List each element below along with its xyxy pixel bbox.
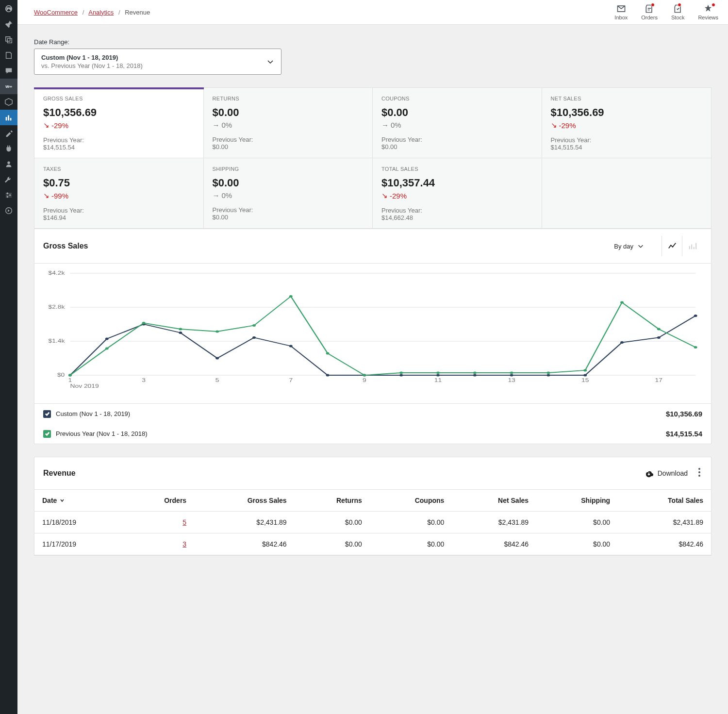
legend-checkbox bbox=[43, 410, 51, 418]
notification-dot-icon bbox=[711, 3, 715, 7]
download-button[interactable]: Download bbox=[644, 469, 688, 478]
revenue-table-panel: Revenue Download Date OrdersGross SalesR… bbox=[34, 457, 711, 556]
svg-text:3: 3 bbox=[142, 378, 146, 383]
summary-card-net-sales[interactable]: NET SALES $10,356.69 ↘-29% Previous Year… bbox=[542, 88, 711, 158]
sidebar-item-collapse[interactable] bbox=[0, 203, 17, 218]
table-header-net-sales[interactable]: Net Sales bbox=[452, 490, 536, 512]
chevron-down-icon bbox=[637, 243, 644, 249]
inbox-icon bbox=[616, 4, 627, 14]
chart-interval-select[interactable]: By day bbox=[609, 240, 656, 253]
svg-point-59 bbox=[698, 471, 700, 473]
svg-text:9: 9 bbox=[363, 378, 366, 383]
topbar-reviews[interactable]: Reviews bbox=[698, 4, 718, 20]
svg-text:$1.4k: $1.4k bbox=[48, 338, 65, 344]
topbar-stock[interactable]: Stock bbox=[671, 4, 685, 20]
sidebar-item-appearance[interactable] bbox=[0, 125, 17, 141]
svg-point-25 bbox=[179, 332, 182, 334]
svg-point-34 bbox=[510, 374, 513, 377]
svg-text:15: 15 bbox=[581, 378, 589, 383]
summary-card-total-sales[interactable]: TOTAL SALES $10,357.44 ↘-29% Previous Ye… bbox=[373, 158, 542, 229]
summary-card-returns[interactable]: RETURNS $0.00 →0% Previous Year: $0.00 bbox=[204, 88, 373, 158]
svg-point-41 bbox=[105, 348, 109, 350]
svg-point-27 bbox=[252, 336, 256, 339]
sidebar-item-pin[interactable] bbox=[0, 17, 17, 32]
summary-card-shipping[interactable]: SHIPPING $0.00 →0% Previous Year: $0.00 bbox=[204, 158, 373, 229]
sidebar-item-products[interactable] bbox=[0, 94, 17, 110]
line-chart-icon bbox=[668, 242, 677, 250]
notification-dot-icon bbox=[651, 3, 655, 7]
sidebar-item-dashboard[interactable] bbox=[0, 1, 17, 17]
svg-point-32 bbox=[436, 374, 440, 377]
svg-point-47 bbox=[326, 352, 330, 355]
chart-legend-item[interactable]: Previous Year (Nov 1 - 18, 2018) $14,515… bbox=[34, 424, 711, 444]
svg-point-31 bbox=[399, 374, 403, 377]
chart-area[interactable]: $4.2k$2.8k$1.4k$01357911131517Nov 2019 bbox=[43, 268, 702, 395]
svg-text:Nov 2019: Nov 2019 bbox=[70, 383, 99, 389]
table-header-total-sales[interactable]: Total Sales bbox=[618, 490, 711, 512]
orders-link[interactable]: 5 bbox=[182, 518, 186, 526]
svg-point-48 bbox=[363, 374, 366, 377]
breadcrumb-section[interactable]: Analytics bbox=[88, 9, 114, 16]
table-row: 11/18/2019 5 $2,431.89 $0.00 $0.00 $2,43… bbox=[34, 512, 711, 533]
sidebar-item-users[interactable] bbox=[0, 156, 17, 172]
svg-point-53 bbox=[546, 372, 550, 374]
svg-point-45 bbox=[252, 324, 256, 327]
svg-point-39 bbox=[694, 315, 697, 317]
svg-text:$4.2k: $4.2k bbox=[48, 270, 65, 276]
table-header-orders[interactable]: Orders bbox=[125, 490, 194, 512]
chart-panel: Gross Sales By day bbox=[34, 229, 711, 444]
summary-card-gross-sales[interactable]: GROSS SALES $10,356.69 ↘-29% Previous Ye… bbox=[34, 88, 204, 158]
svg-point-36 bbox=[583, 374, 587, 377]
chart-title: Gross Sales bbox=[43, 242, 88, 250]
admin-sidebar: W∞ bbox=[0, 0, 17, 714]
summary-grid: GROSS SALES $10,356.69 ↘-29% Previous Ye… bbox=[34, 87, 711, 229]
svg-text:11: 11 bbox=[434, 378, 442, 383]
chevron-down-icon bbox=[266, 58, 274, 66]
sidebar-item-pages[interactable] bbox=[0, 48, 17, 63]
sort-desc-icon bbox=[58, 497, 65, 504]
svg-point-49 bbox=[399, 372, 403, 374]
sidebar-item-woocommerce[interactable]: W∞ bbox=[0, 79, 17, 94]
svg-point-58 bbox=[698, 468, 700, 470]
sidebar-item-analytics[interactable] bbox=[0, 110, 17, 125]
svg-point-43 bbox=[179, 328, 182, 331]
table-options-button[interactable] bbox=[696, 466, 702, 481]
legend-checkbox bbox=[43, 430, 51, 438]
chart-type-line-button[interactable] bbox=[662, 236, 682, 256]
chart-legend-item[interactable]: Custom (Nov 1 - 18, 2019) $10,356.69 bbox=[34, 404, 711, 424]
sidebar-item-comments[interactable] bbox=[0, 63, 17, 79]
table-header-shipping[interactable]: Shipping bbox=[536, 490, 618, 512]
svg-point-28 bbox=[289, 345, 293, 348]
breadcrumb-root[interactable]: WooCommerce bbox=[34, 9, 78, 16]
table-header-returns[interactable]: Returns bbox=[295, 490, 370, 512]
svg-point-50 bbox=[436, 372, 440, 374]
svg-point-37 bbox=[620, 341, 624, 344]
date-range-picker[interactable]: Custom (Nov 1 - 18, 2019) vs. Previous Y… bbox=[34, 49, 281, 75]
svg-text:17: 17 bbox=[655, 378, 663, 383]
svg-point-23 bbox=[105, 338, 109, 340]
table-header-coupons[interactable]: Coupons bbox=[370, 490, 452, 512]
svg-text:$0: $0 bbox=[57, 372, 65, 378]
bar-chart-icon bbox=[688, 242, 697, 250]
topbar-inbox[interactable]: Inbox bbox=[614, 4, 628, 20]
date-range-label: Date Range: bbox=[34, 38, 711, 46]
table-header-date[interactable]: Date bbox=[34, 490, 125, 512]
table-header-gross-sales[interactable]: Gross Sales bbox=[194, 490, 295, 512]
svg-point-55 bbox=[620, 301, 624, 304]
summary-card-coupons[interactable]: COUPONS $0.00 →0% Previous Year: $0.00 bbox=[373, 88, 542, 158]
sidebar-item-settings[interactable] bbox=[0, 187, 17, 203]
summary-card-taxes[interactable]: TAXES $0.75 ↘-99% Previous Year: $146.94 bbox=[34, 158, 204, 229]
summary-card-empty bbox=[542, 158, 711, 229]
orders-link[interactable]: 3 bbox=[182, 540, 186, 548]
sidebar-item-media[interactable] bbox=[0, 32, 17, 48]
svg-point-29 bbox=[326, 374, 330, 377]
svg-point-35 bbox=[546, 374, 550, 377]
svg-point-44 bbox=[215, 331, 219, 333]
sidebar-item-plugins[interactable] bbox=[0, 141, 17, 156]
chart-type-bar-button[interactable] bbox=[682, 236, 702, 256]
svg-point-60 bbox=[698, 475, 700, 477]
svg-point-2 bbox=[7, 196, 9, 198]
svg-point-54 bbox=[583, 369, 587, 372]
sidebar-item-tools[interactable] bbox=[0, 172, 17, 187]
topbar-orders[interactable]: Orders bbox=[641, 4, 658, 20]
